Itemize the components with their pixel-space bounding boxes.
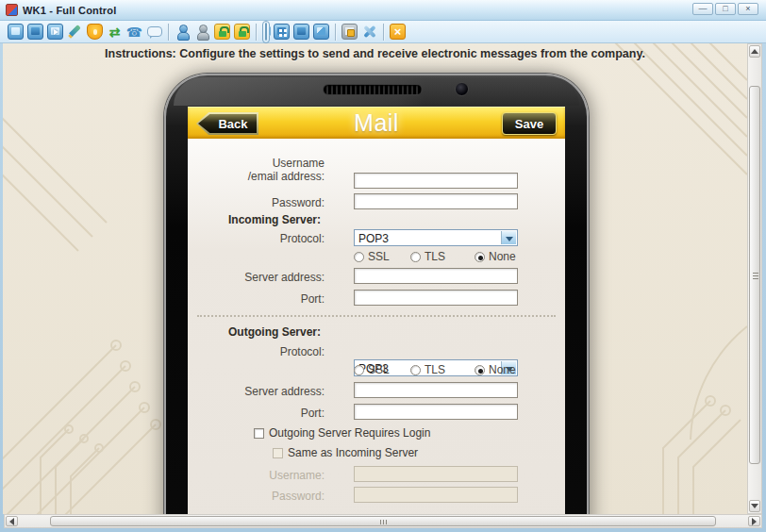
incoming-port-input[interactable]	[354, 290, 518, 306]
login-password-label: Password:	[188, 490, 325, 503]
lock-files-icon[interactable]	[214, 24, 230, 40]
arrow-up-icon	[751, 49, 758, 54]
mail-settings-screen: Username /email address: Password: Incom…	[188, 139, 565, 514]
security-shield-icon[interactable]	[87, 24, 103, 40]
same-as-incoming-checkbox-row: Same as Incoming Server	[273, 446, 418, 459]
checkbox-disabled-icon	[273, 448, 283, 458]
vertical-scrollbar[interactable]	[747, 43, 762, 514]
window-controls: — □ ×	[692, 3, 758, 15]
phone-camera	[455, 82, 469, 96]
app-icon	[6, 4, 18, 16]
incoming-protocol-label: Protocol:	[188, 232, 325, 245]
vertical-scroll-thumb[interactable]	[749, 86, 760, 464]
incoming-protocol-value: POP3	[358, 232, 389, 245]
section-divider	[197, 315, 556, 317]
arrow-right-icon	[752, 518, 757, 525]
outgoing-security-options: SSL TLS None	[354, 363, 518, 375]
minimize-button[interactable]: —	[692, 3, 713, 15]
horizontal-scroll-thumb[interactable]	[50, 516, 716, 526]
outgoing-server-input[interactable]	[354, 382, 518, 398]
user-sessions-icon[interactable]	[194, 24, 210, 40]
password-input[interactable]	[354, 193, 518, 209]
toolbar: ⇄ ☎ ×	[0, 21, 766, 43]
arrow-down-icon	[751, 504, 758, 508]
user-icon[interactable]	[175, 24, 191, 40]
radio-selected-icon[interactable]	[475, 365, 485, 375]
outgoing-server-heading: Outgoing Server:	[228, 325, 321, 339]
view-scale-icon[interactable]	[313, 24, 329, 40]
file-transfer-icon[interactable]: ⇄	[107, 24, 123, 40]
save-button-label: Save	[515, 117, 543, 131]
phone-speaker-grille	[323, 84, 423, 95]
page-title: Mail	[354, 109, 399, 137]
chat-bubble-icon[interactable]	[146, 24, 162, 40]
outgoing-server-label: Server address:	[188, 385, 325, 398]
outgoing-tls-radio[interactable]: TLS	[410, 363, 445, 376]
phone-device: Back Mail Save Username /email address: …	[164, 74, 589, 514]
incoming-none-radio[interactable]: None	[475, 250, 516, 263]
outgoing-port-input[interactable]	[354, 404, 518, 420]
incoming-protocol-dropdown[interactable]: POP3	[354, 229, 518, 246]
radio-icon[interactable]	[410, 365, 421, 375]
close-button[interactable]: ×	[738, 3, 758, 15]
app-window: WK1 - Full Control — □ × ⇄ ☎ ×	[0, 0, 766, 532]
toolbar-separator	[383, 24, 384, 41]
password-label: Password:	[188, 196, 325, 209]
mail-header-bar: Back Mail Save	[188, 107, 565, 139]
annotate-pen-icon[interactable]	[67, 24, 83, 40]
toolbar-separator	[168, 24, 169, 41]
toolbar-separator	[256, 24, 257, 41]
scroll-up-button[interactable]	[749, 45, 760, 58]
view-normal-selected	[262, 21, 270, 43]
username-label: Username /email address:	[188, 157, 325, 183]
outgoing-ssl-radio[interactable]: SSL	[354, 363, 390, 376]
lock-apps-icon[interactable]	[234, 24, 250, 40]
instructions-text: Instructions: Configure the settings to …	[3, 47, 747, 60]
radio-icon[interactable]	[410, 252, 421, 262]
back-button-label: Back	[207, 117, 247, 131]
login-username-label: Username:	[188, 469, 325, 482]
disconnect-icon[interactable]: ×	[390, 24, 406, 40]
horizontal-scrollbar[interactable]	[4, 514, 762, 528]
view-normal-icon[interactable]	[265, 23, 267, 41]
scroll-right-button[interactable]	[748, 516, 760, 526]
checkbox-icon[interactable]	[254, 428, 264, 439]
save-button[interactable]: Save	[502, 112, 557, 135]
outgoing-port-label: Port:	[188, 407, 325, 420]
toolbar-separator	[335, 24, 336, 41]
scroll-down-button[interactable]	[749, 500, 760, 512]
window-title: WK1 - Full Control	[23, 5, 117, 16]
incoming-server-input[interactable]	[354, 268, 518, 284]
maximize-button[interactable]: □	[715, 3, 736, 15]
view-fit-icon[interactable]	[293, 24, 309, 40]
incoming-ssl-radio[interactable]: SSL	[354, 250, 390, 263]
incoming-server-heading: Incoming Server:	[228, 213, 321, 226]
back-button[interactable]: Back	[196, 112, 258, 135]
remote-screen-icon[interactable]	[27, 24, 43, 40]
voice-call-icon[interactable]: ☎	[126, 24, 142, 40]
incoming-security-options: SSL TLS None	[354, 250, 518, 262]
title-bar: WK1 - Full Control — □ ×	[0, 0, 766, 21]
lock-workstation-icon[interactable]	[341, 24, 358, 40]
radio-selected-icon[interactable]	[475, 252, 485, 262]
arrow-left-icon	[9, 518, 14, 525]
incoming-port-label: Port:	[188, 292, 325, 306]
incoming-tls-radio[interactable]: TLS	[410, 250, 445, 263]
outgoing-protocol-label: Protocol:	[188, 345, 325, 358]
outgoing-none-radio[interactable]: None	[475, 363, 516, 376]
scroll-left-button[interactable]	[6, 516, 18, 526]
remote-view-icon[interactable]	[8, 24, 24, 40]
incoming-server-label: Server address:	[188, 271, 325, 284]
login-password-input	[354, 487, 518, 503]
chevron-down-icon[interactable]	[501, 231, 516, 244]
remote-control-icon[interactable]	[47, 24, 63, 40]
remote-desktop-area: Instructions: Configure the settings to …	[3, 43, 747, 514]
view-fullscreen-icon[interactable]	[274, 24, 290, 40]
radio-icon[interactable]	[354, 252, 364, 262]
username-input[interactable]	[354, 173, 518, 189]
radio-icon[interactable]	[354, 365, 364, 375]
requires-login-label: Outgoing Server Requires Login	[269, 426, 430, 440]
same-as-incoming-label: Same as Incoming Server	[288, 446, 418, 459]
requires-login-checkbox-row[interactable]: Outgoing Server Requires Login	[254, 426, 430, 440]
tools-icon[interactable]	[361, 24, 377, 40]
